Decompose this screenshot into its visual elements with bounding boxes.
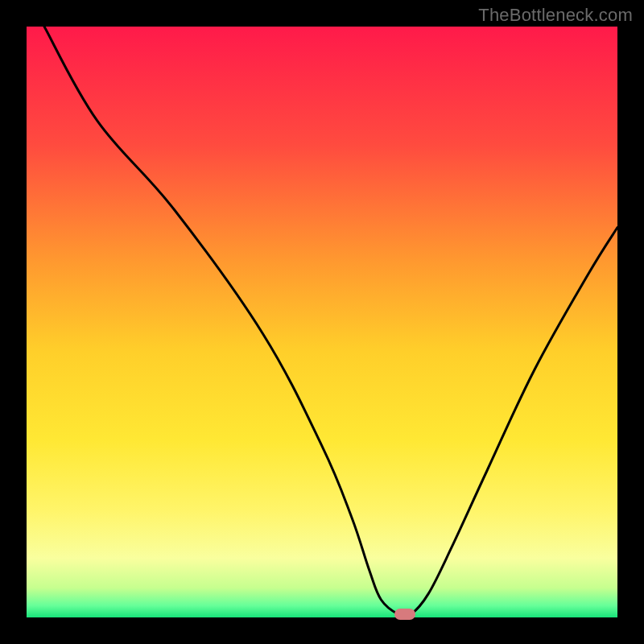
watermark-text: TheBottleneck.com bbox=[478, 5, 633, 26]
chart-background-gradient bbox=[27, 27, 617, 617]
optimum-marker bbox=[394, 609, 415, 620]
chart-plot-area bbox=[27, 27, 617, 617]
chart-svg bbox=[27, 27, 617, 617]
